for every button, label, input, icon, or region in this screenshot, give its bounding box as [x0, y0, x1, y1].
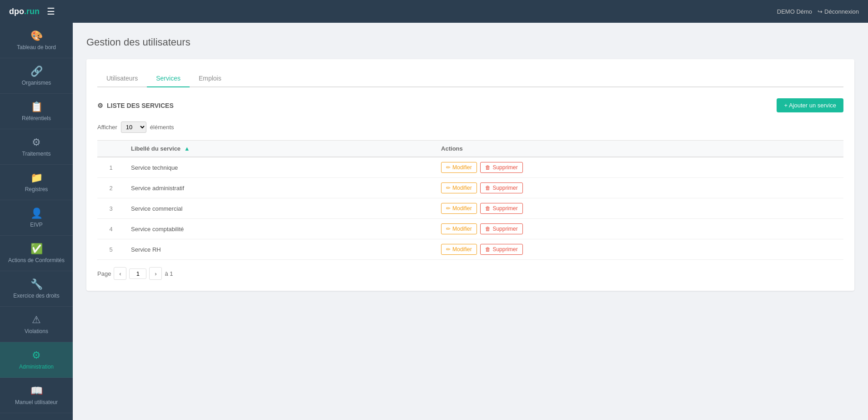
tab-emplois[interactable]: Emplois: [190, 70, 231, 87]
modifier-button[interactable]: ✏ Modifier: [441, 223, 477, 234]
trash-icon: 🗑: [485, 164, 491, 171]
main-card: Utilisateurs Services Emplois ⚙ LISTE DE…: [86, 59, 854, 291]
hamburger-icon[interactable]: ☰: [47, 6, 55, 17]
page-label: Page: [97, 270, 111, 277]
row-actions: ✏ Modifier 🗑 Supprimer: [435, 157, 843, 178]
pagination-next-button[interactable]: ›: [149, 267, 162, 280]
row-actions: ✏ Modifier 🗑 Supprimer: [435, 178, 843, 198]
sidebar-item-tableau-de-bord[interactable]: 🎨 Tableau de bord: [0, 23, 73, 58]
sidebar-item-eivp[interactable]: 👤 EIVP: [0, 200, 73, 236]
page-title: Gestion des utilisateurs: [86, 36, 854, 48]
trash-icon: 🗑: [485, 226, 491, 232]
user-name: DEMO Démo: [777, 8, 812, 15]
col-num: [97, 141, 125, 157]
dashboard-icon: 🎨: [30, 30, 43, 42]
edit-icon: ✏: [446, 185, 451, 191]
table-row: 5 Service RH ✏ Modifier 🗑 Supprimer: [97, 239, 843, 260]
row-num: 2: [97, 178, 125, 198]
row-libelle: Service comptabilité: [125, 219, 435, 239]
sidebar-label-traitements: Traitements: [22, 151, 51, 157]
row-actions: ✏ Modifier 🗑 Supprimer: [435, 198, 843, 219]
pagination-prev-button[interactable]: ‹: [114, 267, 126, 280]
row-actions: ✏ Modifier 🗑 Supprimer: [435, 219, 843, 239]
pagination-input[interactable]: [129, 268, 146, 279]
edit-icon: ✏: [446, 164, 451, 171]
row-actions: ✏ Modifier 🗑 Supprimer: [435, 239, 843, 260]
sidebar-label-organismes: Organismes: [22, 80, 51, 86]
supprimer-button[interactable]: 🗑 Supprimer: [480, 182, 522, 193]
supprimer-button[interactable]: 🗑 Supprimer: [480, 162, 522, 173]
row-libelle: Service administratif: [125, 178, 435, 198]
logo: dpo.run: [9, 7, 40, 16]
sidebar-label-tableau-de-bord: Tableau de bord: [17, 44, 56, 51]
row-num: 5: [97, 239, 125, 260]
supprimer-button[interactable]: 🗑 Supprimer: [480, 203, 522, 214]
exercice-icon: 🔧: [30, 278, 43, 290]
sidebar-item-violations[interactable]: ⚠ Violations: [0, 307, 73, 342]
edit-icon: ✏: [446, 205, 451, 212]
section-title-text: LISTE DES SERVICES: [107, 102, 174, 109]
logout-button[interactable]: ↪ Déconnexion: [818, 8, 859, 15]
sidebar-item-traitements[interactable]: ⚙ Traitements: [0, 129, 73, 165]
tab-utilisateurs[interactable]: Utilisateurs: [97, 70, 147, 87]
layout: 🎨 Tableau de bord 🔗 Organismes 📋 Référen…: [0, 23, 868, 420]
modifier-button[interactable]: ✏ Modifier: [441, 244, 477, 255]
section-header: ⚙ LISTE DES SERVICES + Ajouter un servic…: [97, 98, 843, 112]
tab-services[interactable]: Services: [147, 70, 190, 87]
sidebar-label-exercice-droits: Exercice des droits: [13, 293, 59, 299]
pagination: Page ‹ › à 1: [97, 267, 843, 280]
row-libelle: Service technique: [125, 157, 435, 178]
sidebar-label-administration: Administration: [19, 364, 54, 370]
sidebar-item-actions-conformites[interactable]: ✅ Actions de Conformités: [0, 236, 73, 271]
sidebar-label-violations: Violations: [25, 328, 48, 334]
edit-icon: ✏: [446, 226, 451, 232]
sidebar-item-administration[interactable]: ⚙ Administration: [0, 342, 73, 378]
show-label: Afficher: [97, 124, 117, 131]
sidebar-item-manuel-utilisateur[interactable]: 📖 Manuel utilisateur: [0, 378, 73, 413]
actions-icon: ✅: [30, 243, 43, 255]
modifier-button[interactable]: ✏ Modifier: [441, 162, 477, 173]
row-num: 3: [97, 198, 125, 219]
modifier-button[interactable]: ✏ Modifier: [441, 182, 477, 193]
administration-icon: ⚙: [32, 349, 41, 361]
trash-icon: 🗑: [485, 185, 491, 191]
elements-label: éléments: [150, 124, 174, 131]
section-gear-icon: ⚙: [97, 102, 103, 109]
items-per-page-select[interactable]: 10 25 50 100: [121, 121, 146, 133]
section-title: ⚙ LISTE DES SERVICES: [97, 102, 174, 109]
table-row: 3 Service commercial ✏ Modifier 🗑 Suppri…: [97, 198, 843, 219]
header-left: dpo.run ☰: [9, 6, 55, 17]
table-row: 1 Service technique ✏ Modifier 🗑 Supprim…: [97, 157, 843, 178]
supprimer-button[interactable]: 🗑 Supprimer: [480, 223, 522, 234]
pagination-total: à 1: [165, 270, 173, 277]
sort-arrow-icon: ▲: [184, 145, 190, 152]
row-num: 1: [97, 157, 125, 178]
organismes-icon: 🔗: [30, 66, 43, 77]
eivp-icon: 👤: [30, 207, 43, 219]
sidebar-label-actions-conformites: Actions de Conformités: [8, 257, 65, 263]
sidebar-label-eivp: EIVP: [30, 222, 42, 228]
trash-icon: 🗑: [485, 205, 491, 212]
sidebar-item-exercice-droits[interactable]: 🔧 Exercice des droits: [0, 271, 73, 307]
sidebar-item-referentiels[interactable]: 📋 Référentiels: [0, 94, 73, 129]
logout-label: Déconnexion: [824, 8, 859, 15]
col-actions: Actions: [435, 141, 843, 157]
services-table: Libellé du service ▲ Actions 1 Service t…: [97, 140, 843, 260]
table-header-row: Libellé du service ▲ Actions: [97, 141, 843, 157]
violations-icon: ⚠: [32, 314, 41, 326]
trash-icon: 🗑: [485, 246, 491, 253]
sidebar-item-registres[interactable]: 📁 Registres: [0, 165, 73, 200]
sidebar-item-organismes[interactable]: 🔗 Organismes: [0, 58, 73, 94]
manuel-icon: 📖: [30, 385, 43, 397]
supprimer-button[interactable]: 🗑 Supprimer: [480, 244, 522, 255]
sidebar-label-manuel-utilisateur: Manuel utilisateur: [15, 399, 58, 405]
row-libelle: Service commercial: [125, 198, 435, 219]
registres-icon: 📁: [30, 172, 43, 184]
modifier-button[interactable]: ✏ Modifier: [441, 203, 477, 214]
sidebar-label-registres: Registres: [25, 186, 48, 192]
add-service-button[interactable]: + Ajouter un service: [777, 98, 843, 112]
row-libelle: Service RH: [125, 239, 435, 260]
col-libelle[interactable]: Libellé du service ▲: [125, 141, 435, 157]
table-row: 2 Service administratif ✏ Modifier 🗑 Sup…: [97, 178, 843, 198]
referentiels-icon: 📋: [30, 101, 43, 113]
